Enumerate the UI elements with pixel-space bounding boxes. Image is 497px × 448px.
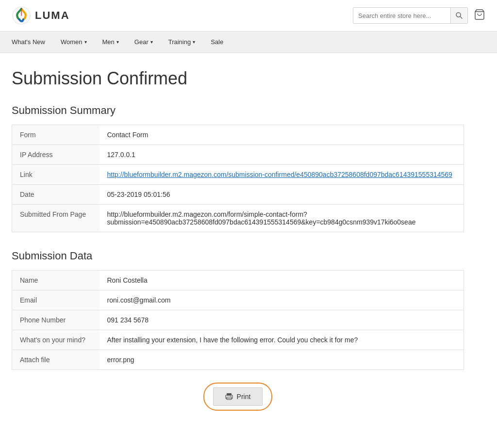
- nav-item-men[interactable]: Men ▾: [95, 32, 127, 53]
- submission-summary-table: Form Contact Form IP Address 127.0.0.1 L…: [12, 125, 464, 232]
- chevron-down-icon: ▾: [84, 39, 87, 45]
- main-content: Submission Confirmed Submission Summary …: [0, 53, 476, 435]
- nav-item-women[interactable]: Women ▾: [53, 32, 95, 53]
- table-row: Attach file error.png: [12, 350, 464, 370]
- print-area: Print: [12, 387, 464, 406]
- print-button[interactable]: Print: [213, 387, 263, 406]
- nav-item-training[interactable]: Training ▾: [161, 32, 203, 53]
- row-value: Contact Form: [99, 125, 464, 145]
- svg-line-2: [460, 16, 462, 18]
- row-label: Date: [12, 185, 99, 205]
- row-value: error.png: [99, 350, 464, 370]
- search-icon: [456, 12, 463, 19]
- submission-data-title: Submission Data: [12, 250, 464, 262]
- row-label: IP Address: [12, 145, 99, 165]
- print-button-label: Print: [237, 393, 251, 400]
- table-row: Phone Number 091 234 5678: [12, 310, 464, 330]
- chevron-down-icon: ▾: [150, 39, 153, 45]
- search-button[interactable]: [450, 7, 467, 24]
- row-label: What's on your mind?: [12, 330, 99, 350]
- table-row: Link http://blueformbuilder.m2.magezon.c…: [12, 165, 464, 185]
- row-label: Phone Number: [12, 310, 99, 330]
- table-row: Name Roni Costella: [12, 271, 464, 290]
- printer-icon: [225, 393, 233, 400]
- chevron-down-icon: ▾: [116, 39, 119, 45]
- print-button-wrap: Print: [213, 387, 263, 406]
- row-label: Name: [12, 271, 99, 290]
- row-label: Link: [12, 165, 99, 185]
- cart-icon[interactable]: [474, 9, 485, 23]
- nav-item-gear[interactable]: Gear ▾: [127, 32, 161, 53]
- page-title: Submission Confirmed: [12, 68, 464, 89]
- row-value: Roni Costella: [99, 271, 464, 290]
- table-row: Date 05-23-2019 05:01:56: [12, 185, 464, 205]
- nav-item-sale[interactable]: Sale: [203, 32, 231, 53]
- row-value: http://blueformbuilder.m2.magezon.com/fo…: [99, 205, 464, 232]
- search-box[interactable]: [353, 7, 468, 24]
- search-input[interactable]: [353, 12, 450, 19]
- row-value: 127.0.0.1: [99, 145, 464, 165]
- luma-logo-icon: [12, 6, 31, 25]
- main-nav: What's New Women ▾ Men ▾ Gear ▾ Training…: [0, 32, 497, 53]
- row-label: Submitted From Page: [12, 205, 99, 232]
- shopping-cart-icon: [474, 9, 485, 20]
- nav-item-whats-new[interactable]: What's New: [12, 32, 53, 53]
- row-label: Form: [12, 125, 99, 145]
- table-row: IP Address 127.0.0.1: [12, 145, 464, 165]
- logo-text: LUMA: [35, 9, 70, 22]
- submission-summary-title: Submission Summary: [12, 104, 464, 117]
- row-value: roni.cost@gmail.com: [99, 290, 464, 310]
- table-row: Submitted From Page http://blueformbuild…: [12, 205, 464, 232]
- chevron-down-icon: ▾: [193, 39, 195, 45]
- row-value: 05-23-2019 05:01:56: [99, 185, 464, 205]
- header-right: [353, 7, 485, 24]
- row-value: 091 234 5678: [99, 310, 464, 330]
- svg-rect-7: [231, 396, 232, 397]
- row-link-value[interactable]: http://blueformbuilder.m2.magezon.com/su…: [99, 165, 464, 185]
- header: LUMA: [0, 0, 497, 32]
- logo-area[interactable]: LUMA: [12, 6, 70, 25]
- row-label: Attach file: [12, 350, 99, 370]
- table-row: What's on your mind? After installing yo…: [12, 330, 464, 350]
- submission-link[interactable]: http://blueformbuilder.m2.magezon.com/su…: [107, 171, 452, 178]
- submission-data-table: Name Roni Costella Email roni.cost@gmail…: [12, 270, 464, 370]
- row-value: After installing your extension, I have …: [99, 330, 464, 350]
- table-row: Email roni.cost@gmail.com: [12, 290, 464, 310]
- table-row: Form Contact Form: [12, 125, 464, 145]
- row-label: Email: [12, 290, 99, 310]
